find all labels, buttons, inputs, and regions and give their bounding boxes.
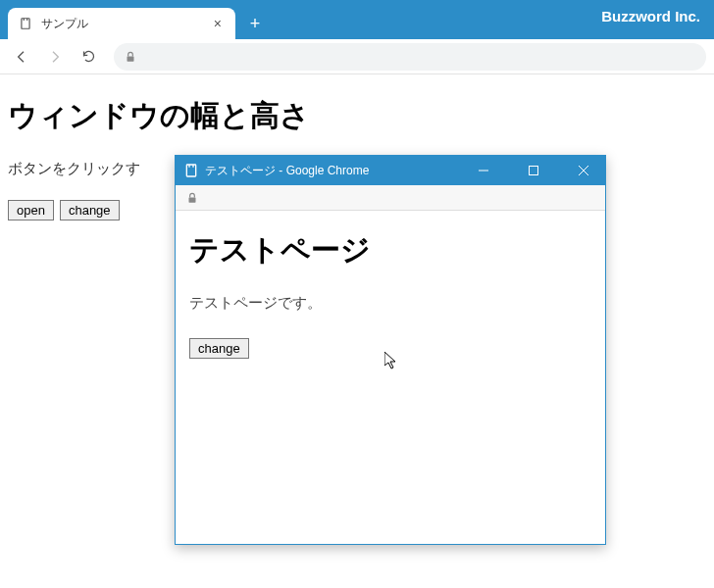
- new-tab-button[interactable]: +: [241, 10, 269, 37]
- tab-title: サンプル: [41, 16, 202, 32]
- change-button[interactable]: change: [60, 200, 120, 220]
- svg-rect-0: [22, 19, 29, 29]
- popup-favicon-icon: [183, 163, 199, 178]
- popup-titlebar[interactable]: テストページ - Google Chrome: [176, 156, 605, 185]
- lock-icon: [185, 191, 199, 205]
- forward-button[interactable]: [41, 43, 69, 71]
- tab-favicon-icon: [18, 16, 33, 31]
- popup-change-button[interactable]: change: [189, 338, 249, 359]
- close-button[interactable]: [561, 156, 605, 185]
- svg-rect-3: [529, 167, 537, 175]
- browser-titlebar: サンプル × + Buzzword Inc.: [0, 0, 714, 39]
- browser-toolbar: [0, 39, 714, 74]
- back-button[interactable]: [8, 43, 35, 71]
- open-button[interactable]: open: [8, 200, 54, 220]
- cursor-icon: [384, 352, 400, 371]
- address-bar[interactable]: [114, 43, 706, 71]
- maximize-button[interactable]: [511, 156, 555, 185]
- popup-heading: テストページ: [189, 230, 591, 270]
- browser-tab-active[interactable]: サンプル ×: [8, 8, 235, 39]
- reload-button[interactable]: [75, 43, 102, 71]
- page-heading: ウィンドウの幅と高さ: [8, 96, 706, 136]
- popup-paragraph: テストページです。: [189, 294, 591, 313]
- popup-address-bar[interactable]: [176, 185, 605, 211]
- brand-label: Buzzword Inc.: [601, 8, 700, 24]
- minimize-button[interactable]: [461, 156, 505, 185]
- tab-close-button[interactable]: ×: [210, 16, 226, 31]
- lock-icon: [124, 50, 137, 64]
- popup-window: テストページ - Google Chrome テストページ テストページです。 …: [175, 155, 606, 545]
- popup-title: テストページ - Google Chrome: [205, 163, 369, 179]
- svg-rect-4: [189, 197, 196, 202]
- popup-content: テストページ テストページです。 change: [176, 211, 605, 544]
- svg-rect-2: [186, 165, 195, 176]
- svg-rect-1: [128, 56, 134, 61]
